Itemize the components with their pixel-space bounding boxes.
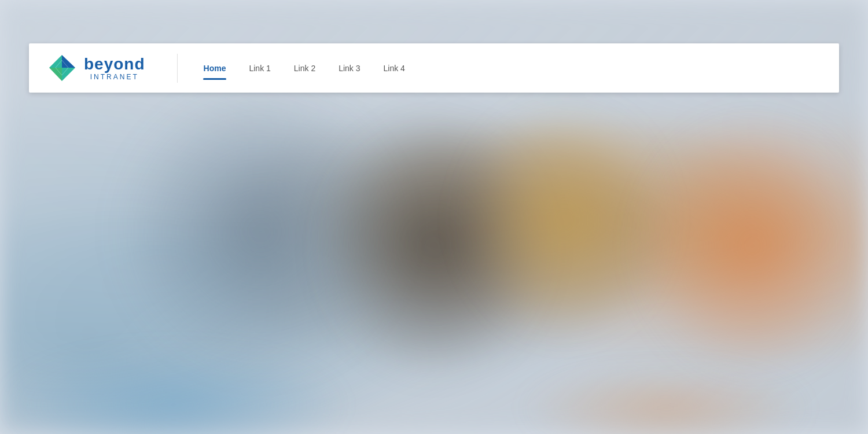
svg-marker-0 [49, 55, 62, 68]
svg-marker-2 [49, 68, 62, 81]
svg-marker-3 [62, 68, 75, 81]
nav-links: Home Link 1 Link 2 Link 3 Link 4 [192, 58, 417, 79]
logo-icon [46, 52, 78, 84]
logo-intranet-text: INTRANET [84, 73, 145, 80]
page-container: beyond INTRANET Home Link 1 Link 2 Link … [29, 43, 839, 93]
nav-divider [177, 54, 178, 83]
nav-link-2[interactable]: Link 2 [282, 58, 327, 79]
nav-link-4[interactable]: Link 4 [372, 58, 417, 79]
bg-blur-patch-4 [637, 116, 868, 376]
nav-link-3[interactable]: Link 3 [327, 58, 372, 79]
logo-beyond-text: beyond [84, 56, 145, 72]
nav-link-home[interactable]: Home [192, 58, 238, 79]
bg-blur-patch-3 [463, 104, 665, 336]
svg-marker-1 [62, 55, 75, 68]
logo-text-area: beyond INTRANET [84, 56, 145, 80]
navbar: beyond INTRANET Home Link 1 Link 2 Link … [29, 43, 839, 93]
nav-link-1[interactable]: Link 1 [237, 58, 282, 79]
logo-area: beyond INTRANET [46, 52, 145, 84]
